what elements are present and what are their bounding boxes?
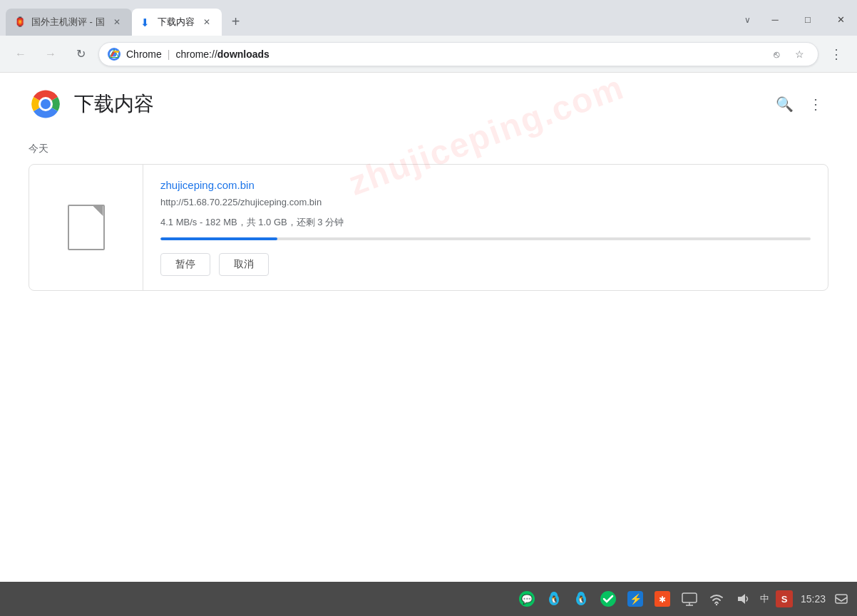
chrome-logo: [29, 87, 63, 121]
download-filename[interactable]: zhujiceping.com.bin: [160, 179, 811, 191]
tab1-close-icon[interactable]: ✕: [111, 16, 123, 29]
download-speed: 4.1 MB/s - 182 MB，共 1.0 GB，还剩 3 分钟: [160, 216, 811, 229]
svg-text:🐧: 🐧: [577, 595, 586, 604]
main-content: zhujiceping.com 下载内容 🔍 ⋮: [0, 73, 857, 582]
svg-text:✱: ✱: [659, 595, 666, 605]
browser-menu-button[interactable]: ⋮: [824, 42, 848, 66]
tab-2[interactable]: ⬇ 下载内容 ✕: [132, 9, 222, 36]
bluetooth-icon[interactable]: ⚡: [625, 588, 646, 610]
address-divider: |: [168, 48, 170, 60]
address-site-name: Chrome: [126, 48, 162, 60]
svg-point-13: [600, 591, 616, 607]
svg-text:🐧: 🐧: [550, 595, 559, 604]
tab2-favicon: ⬇: [140, 16, 152, 28]
progress-bar-fill: [160, 237, 277, 240]
pause-button[interactable]: 暂停: [160, 253, 210, 276]
share-icon[interactable]: ⎋: [766, 44, 786, 64]
address-actions: ⎋ ☆: [766, 44, 809, 64]
address-url: chrome://downloads: [175, 48, 269, 60]
minimize-button[interactable]: ─: [759, 8, 791, 31]
page-header-left: 下载内容: [29, 87, 154, 121]
toolbar-right: ⋮: [824, 42, 848, 66]
svg-rect-18: [682, 593, 697, 602]
svg-text:S: S: [781, 594, 788, 605]
tab1-favicon: 🏮: [14, 16, 26, 28]
file-icon: [68, 205, 105, 250]
screen-icon[interactable]: [679, 588, 700, 610]
search-button[interactable]: 🔍: [771, 91, 797, 117]
chrome-favicon: [108, 48, 120, 61]
cancel-button[interactable]: 取消: [219, 253, 269, 276]
svg-point-4: [41, 99, 51, 109]
tabs-area: 🏮 国外主机测评 - 国 ✕ ⬇ 下载内容 ✕ +: [0, 0, 736, 36]
svg-marker-22: [738, 594, 745, 604]
back-button[interactable]: ←: [9, 42, 33, 66]
notification-button[interactable]: [831, 589, 851, 609]
window-controls: ─ □ ✕: [759, 0, 857, 36]
tab2-title: 下载内容: [158, 16, 195, 29]
taskbar: 💬 🐧 🐧 ⚡ ✱: [0, 582, 857, 616]
reload-button[interactable]: ↻: [68, 42, 93, 66]
new-tab-button[interactable]: +: [225, 10, 247, 33]
forward-button[interactable]: →: [39, 42, 63, 66]
figma-icon[interactable]: ✱: [652, 588, 673, 610]
page-header-right: 🔍 ⋮: [771, 91, 828, 117]
time-display: 15:23: [801, 593, 826, 605]
address-bar[interactable]: Chrome | chrome://downloads ⎋ ☆: [98, 42, 818, 66]
page-header: 下载内容 🔍 ⋮: [29, 87, 828, 121]
toolbar: ← → ↻ Chrome | chrome://downloads ⎋ ☆ ⋮: [0, 36, 857, 73]
download-icon-area: [29, 165, 143, 290]
ime-indicator[interactable]: 中: [760, 592, 769, 605]
page-menu-button[interactable]: ⋮: [803, 91, 828, 117]
tab2-close-icon[interactable]: ✕: [200, 16, 213, 29]
svg-text:💬: 💬: [521, 593, 533, 605]
download-info: zhujiceping.com.bin http://51.68.70.225/…: [143, 165, 828, 290]
qq2-icon[interactable]: 🐧: [570, 588, 592, 610]
taskbar-sys: 中: [760, 592, 769, 605]
tab1-title: 国外主机测评 - 国: [31, 16, 105, 29]
maximize-button[interactable]: □: [791, 8, 824, 31]
download-card: zhujiceping.com.bin http://51.68.70.225/…: [29, 164, 828, 291]
download-actions: 暂停 取消: [160, 253, 811, 276]
svg-text:⚡: ⚡: [629, 593, 642, 605]
qq1-icon[interactable]: 🐧: [543, 588, 565, 610]
taskbar-icons: 💬 🐧 🐧 ⚡ ✱: [516, 588, 754, 610]
bookmark-icon[interactable]: ☆: [789, 44, 809, 64]
volume-icon[interactable]: [733, 588, 754, 610]
svg-point-21: [716, 604, 717, 605]
download-url: http://51.68.70.225/zhujiceping.com.bin: [160, 197, 811, 207]
page-title: 下载内容: [74, 91, 154, 118]
check-icon[interactable]: [597, 588, 619, 610]
wechat-icon[interactable]: 💬: [516, 588, 538, 610]
section-label: 今天: [29, 143, 828, 155]
close-button[interactable]: ✕: [824, 8, 857, 31]
wifi-icon[interactable]: [706, 588, 727, 610]
wps-icon[interactable]: S: [774, 588, 795, 610]
title-bar: 🏮 国外主机测评 - 国 ✕ ⬇ 下载内容 ✕ + ∨ ─ □ ✕: [0, 0, 857, 36]
tab-1[interactable]: 🏮 国外主机测评 - 国 ✕: [6, 9, 132, 36]
progress-bar-container: [160, 237, 811, 240]
tab-chevron-area: ∨: [736, 0, 759, 31]
tab-list-button[interactable]: ∨: [736, 9, 759, 31]
